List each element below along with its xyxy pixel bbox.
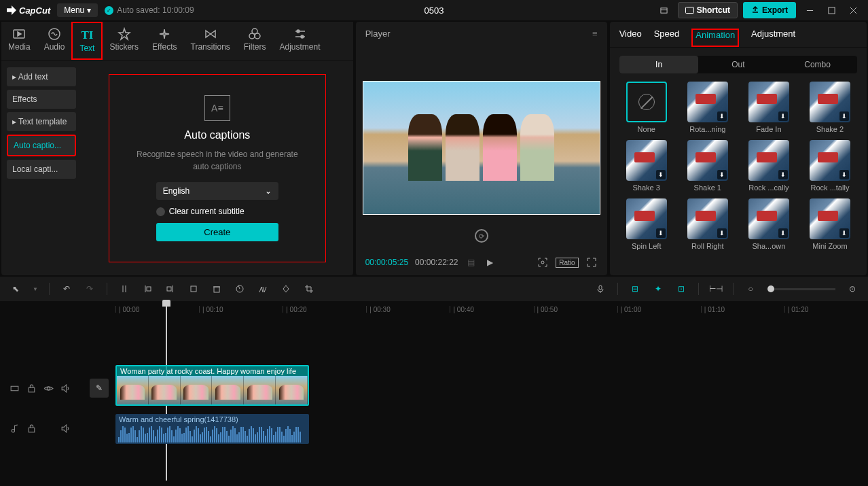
eye-icon[interactable] <box>43 383 54 394</box>
subtab-in[interactable]: In <box>619 56 699 73</box>
anim-thumb: ⬇ <box>626 198 667 239</box>
sidebar-item-effects[interactable]: Effects <box>7 90 76 109</box>
zoom-out-icon[interactable]: ○ <box>744 283 757 295</box>
speaker-icon[interactable] <box>60 423 71 434</box>
animation-rock----cally[interactable]: ⬇Rock ...cally <box>742 140 796 192</box>
close-icon[interactable] <box>845 2 861 18</box>
collapse-icon[interactable] <box>10 383 20 394</box>
ratio-button[interactable]: Ratio <box>556 258 578 268</box>
tool-tab-stickers[interactable]: Stickers <box>103 22 145 60</box>
svg-rect-35 <box>29 428 35 432</box>
main-area: MediaAudioTITextStickersEffectsTransitio… <box>0 20 868 277</box>
animation-sha---own[interactable]: ⬇Sha...own <box>742 198 796 250</box>
minimize-icon[interactable] <box>801 2 818 18</box>
preview-icon[interactable]: ⊡ <box>675 283 687 295</box>
animation-shake-2[interactable]: ⬇Shake 2 <box>803 82 857 133</box>
player-viewport[interactable]: ⟳ <box>356 46 607 249</box>
tracks-area[interactable]: Woman party at rocky coast. Happy woman … <box>109 317 868 485</box>
shortcut-button[interactable]: Shortcut <box>678 2 738 18</box>
tool-tab-effects[interactable]: Effects <box>145 22 183 60</box>
delete-icon[interactable] <box>211 283 223 295</box>
trim-right-icon[interactable] <box>164 283 177 295</box>
right-panel: VideoSpeedAnimationAdjustment InOutCombo… <box>610 22 867 275</box>
tab-video[interactable]: Video <box>619 29 642 47</box>
check-icon: ✓ <box>105 6 113 15</box>
sidebar-item-add-text[interactable]: ▸ Add text <box>7 67 76 86</box>
edit-track-icon[interactable]: ✎ <box>90 379 109 398</box>
speed-icon[interactable] <box>234 283 246 295</box>
lock-icon[interactable] <box>26 383 37 394</box>
split-icon[interactable] <box>118 283 130 295</box>
align-icon[interactable]: ⊢⊣ <box>710 283 722 295</box>
list-icon[interactable]: ▤ <box>465 256 477 268</box>
tool-tab-media[interactable]: Media <box>1 22 37 60</box>
mirror-icon[interactable] <box>257 283 269 295</box>
tool-tab-audio[interactable]: Audio <box>37 22 72 60</box>
music-icon[interactable] <box>10 423 20 434</box>
audio-clip[interactable]: Warm and cheerful spring(1417738) <box>115 414 309 444</box>
snap-icon[interactable]: ⊟ <box>629 283 641 295</box>
zoom-slider[interactable] <box>767 288 835 290</box>
link-icon[interactable]: ✦ <box>652 283 664 295</box>
left-body: ▸ Add textEffects▸ Text templateAuto cap… <box>1 60 353 276</box>
chevron-down-icon[interactable]: ▼ <box>33 286 38 292</box>
tab-animation[interactable]: Animation <box>691 29 739 47</box>
speaker-icon[interactable] <box>60 383 71 394</box>
animation-shake-1[interactable]: ⬇Shake 1 <box>681 140 735 192</box>
animation-fade-in[interactable]: ⬇Fade In <box>742 82 796 133</box>
refresh-icon[interactable]: ⟳ <box>475 229 488 243</box>
animation-roll-right[interactable]: ⬇Roll Right <box>681 198 735 250</box>
layout-icon[interactable] <box>656 2 672 18</box>
sidebar-item-text-template[interactable]: ▸ Text template <box>7 112 76 131</box>
svg-rect-30 <box>599 285 602 290</box>
crop2-icon[interactable] <box>303 283 315 295</box>
pointer-tool[interactable]: ⬉ <box>10 283 22 295</box>
tool-tab-filters[interactable]: Filters <box>237 22 273 60</box>
tab-adjustment[interactable]: Adjustment <box>751 29 795 47</box>
subtab-out[interactable]: Out <box>698 56 778 73</box>
tool-tab-transitions[interactable]: Transitions <box>184 22 237 60</box>
redo-icon[interactable]: ↷ <box>84 283 96 295</box>
audio-wave-icon <box>48 27 61 41</box>
language-select[interactable]: English ⌄ <box>156 182 278 200</box>
create-button[interactable]: Create <box>156 223 278 241</box>
audio-track-header <box>0 411 109 445</box>
download-icon: ⬇ <box>778 170 788 179</box>
rotate-icon[interactable] <box>280 283 292 295</box>
clear-subtitle-checkbox[interactable]: Clear current subtitle <box>156 207 278 216</box>
crop-icon[interactable] <box>187 283 200 295</box>
menu-button[interactable]: Menu ▾ <box>57 3 98 17</box>
mic-icon[interactable] <box>594 283 607 295</box>
player-menu-icon[interactable]: ≡ <box>592 29 598 39</box>
animation-spin-left[interactable]: ⬇Spin Left <box>619 198 674 250</box>
lock-icon[interactable] <box>26 423 37 434</box>
tool-tab-adjustment[interactable]: Adjustment <box>272 22 327 60</box>
animation-rota---ning[interactable]: ⬇Rota...ning <box>681 82 735 133</box>
play-icon[interactable]: ▶ <box>484 256 496 268</box>
time-total: 00:00:22:22 <box>415 258 458 267</box>
animation-rock----tally[interactable]: ⬇Rock ...tally <box>803 140 857 192</box>
tool-tab-text[interactable]: TIText <box>71 22 103 60</box>
sidebar-item-local-capti---[interactable]: Local capti... <box>7 160 76 179</box>
animation-mini-zoom[interactable]: ⬇Mini Zoom <box>803 198 857 250</box>
video-clip[interactable]: Woman party at rocky coast. Happy woman … <box>115 365 309 406</box>
undo-icon[interactable]: ↶ <box>60 283 73 295</box>
sidebar-item-auto-captio---[interactable]: Auto captio... <box>7 135 76 156</box>
fullscreen-icon[interactable] <box>585 256 598 268</box>
animation-none[interactable]: None <box>619 82 674 133</box>
download-icon: ⬇ <box>839 170 849 179</box>
export-button[interactable]: Export <box>743 2 796 18</box>
download-icon: ⬇ <box>778 111 788 121</box>
subtab-combo[interactable]: Combo <box>778 56 857 73</box>
anim-thumb: ⬇ <box>687 82 728 122</box>
scan-icon[interactable] <box>537 256 549 268</box>
tab-speed[interactable]: Speed <box>654 29 680 47</box>
maximize-icon[interactable] <box>823 2 839 18</box>
timeline-ruler[interactable]: | 00:00| 00:10| 00:20| 00:30| 00:40| 00:… <box>0 301 868 317</box>
trim-left-icon[interactable] <box>141 283 153 295</box>
zoom-fit-icon[interactable]: ⊙ <box>846 283 858 295</box>
tool-tabs: MediaAudioTITextStickersEffectsTransitio… <box>1 22 353 60</box>
text-panel: A≡ Auto captions Recognize speech in the… <box>82 60 353 276</box>
animation-shake-3[interactable]: ⬇Shake 3 <box>619 140 674 192</box>
svg-point-14 <box>255 33 260 39</box>
